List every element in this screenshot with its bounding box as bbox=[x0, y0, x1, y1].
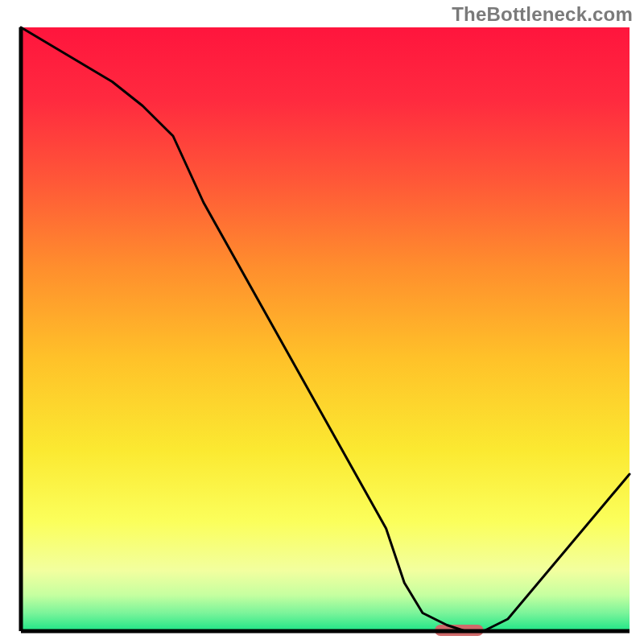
plot-group bbox=[21, 27, 630, 636]
chart-container: TheBottleneck.com bbox=[0, 0, 644, 644]
bottleneck-chart bbox=[0, 0, 644, 644]
gradient-background bbox=[21, 27, 630, 631]
